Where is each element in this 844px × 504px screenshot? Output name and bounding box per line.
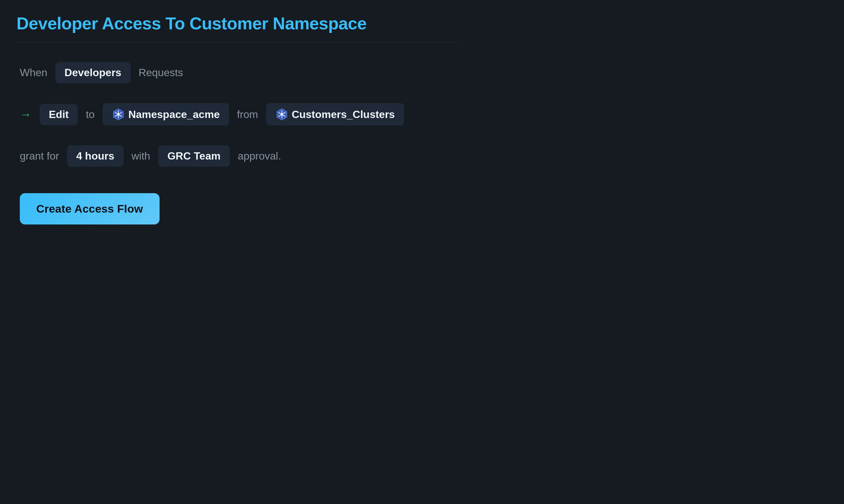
cluster-chip[interactable]: Customers_Clusters <box>266 103 404 126</box>
edit-row: → Edit to Namespace_acme <box>20 103 458 126</box>
developers-chip[interactable]: Developers <box>55 62 131 84</box>
to-label: to <box>86 108 95 121</box>
namespace-chip[interactable]: Namespace_acme <box>103 103 229 126</box>
grant-row: grant for 4 hours with GRC Team approval… <box>20 145 458 167</box>
page-title: Developer Access To Customer Namespace <box>17 13 458 34</box>
namespace-label: Namespace_acme <box>128 108 220 121</box>
page-container: Developer Access To Customer Namespace W… <box>0 0 475 238</box>
with-label: with <box>131 150 150 162</box>
header-section: Developer Access To Customer Namespace <box>17 13 458 42</box>
button-section: Create Access Flow <box>20 193 458 224</box>
cluster-label: Customers_Clusters <box>292 108 395 121</box>
when-row: When Developers Requests <box>20 62 458 84</box>
requests-label: Requests <box>139 67 183 79</box>
svg-point-1 <box>117 113 120 116</box>
from-label: from <box>237 108 258 121</box>
grant-label: grant for <box>20 150 59 162</box>
edit-chip[interactable]: Edit <box>39 104 78 125</box>
flow-section: When Developers Requests → Edit to <box>17 62 458 224</box>
kubernetes-icon-1 <box>112 108 125 121</box>
create-access-flow-button[interactable]: Create Access Flow <box>20 193 160 224</box>
arrow-icon: → <box>20 107 32 121</box>
hours-chip[interactable]: 4 hours <box>67 145 124 167</box>
when-label: When <box>20 67 48 79</box>
grc-team-chip[interactable]: GRC Team <box>158 145 230 167</box>
approval-label: approval. <box>238 150 281 162</box>
svg-point-9 <box>281 113 283 116</box>
kubernetes-icon-2 <box>275 108 288 121</box>
